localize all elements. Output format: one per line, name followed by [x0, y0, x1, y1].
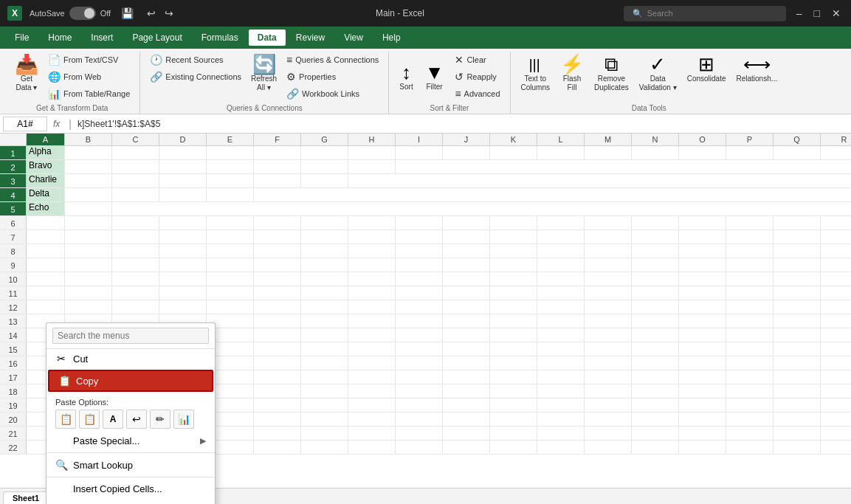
cell-col7-row20[interactable] [348, 412, 396, 426]
cell-col8-row13[interactable] [396, 314, 443, 328]
from-text-csv-button[interactable]: 📄 From Text/CSV [44, 52, 134, 68]
cell-col17-row18[interactable] [821, 384, 851, 398]
cell-col5-row22[interactable] [254, 441, 301, 454]
cell-col5-row13[interactable] [254, 314, 301, 328]
row-num-1[interactable]: 1 [0, 146, 27, 159]
cell-col5-row20[interactable] [254, 412, 301, 426]
cell-col11-row15[interactable] [537, 342, 585, 356]
cell-col8-row11[interactable] [396, 286, 443, 300]
cell-I1[interactable] [396, 146, 443, 159]
undo-icon[interactable]: ↩ [144, 6, 159, 21]
cell-col4-row12[interactable] [207, 300, 254, 314]
row-num-17[interactable]: 17 [0, 370, 27, 384]
autosave-toggle[interactable] [69, 7, 96, 20]
cell-col4-row9[interactable] [207, 258, 254, 272]
cell-col2-row7[interactable] [112, 230, 159, 244]
cell-col7-row8[interactable] [348, 244, 396, 258]
cell-col12-row7[interactable] [585, 230, 632, 244]
cell-col7-row16[interactable] [348, 356, 396, 370]
cell-col2-row12[interactable] [112, 300, 159, 314]
cell-col14-row20[interactable] [679, 412, 726, 426]
cell-col5-row18[interactable] [254, 384, 301, 398]
cell-B4[interactable] [65, 188, 112, 201]
cell-col9-row19[interactable] [443, 398, 490, 412]
cell-col16-row10[interactable] [774, 272, 821, 286]
cell-col15-row12[interactable] [726, 300, 774, 314]
cell-col17-row9[interactable] [821, 258, 851, 272]
cell-col2-row10[interactable] [112, 272, 159, 286]
cell-col1-row6[interactable] [65, 216, 112, 229]
cell-col9-row17[interactable] [443, 370, 490, 384]
cell-col1-row12[interactable] [65, 300, 112, 314]
reapply-button[interactable]: ↺ Reapply [451, 69, 503, 85]
queries-connections-button[interactable]: ≡ Queries & Connections [283, 52, 382, 68]
row-num-9[interactable]: 9 [0, 258, 27, 272]
cell-J1[interactable] [443, 146, 490, 159]
cell-col13-row11[interactable] [632, 286, 679, 300]
cell-col7-row19[interactable] [348, 398, 396, 412]
cell-col12-row17[interactable] [585, 370, 632, 384]
cell-col8-row19[interactable] [396, 398, 443, 412]
cell-col9-row7[interactable] [443, 230, 490, 244]
cell-col4-row6[interactable] [207, 216, 254, 229]
cell-col5-row16[interactable] [254, 356, 301, 370]
cell-col9-row15[interactable] [443, 342, 490, 356]
cell-col7-row11[interactable] [348, 286, 396, 300]
from-table-button[interactable]: 📊 From Table/Range [44, 86, 134, 102]
cell-G2[interactable] [301, 160, 348, 173]
maximize-icon[interactable]: □ [811, 6, 823, 21]
flash-fill-button[interactable]: ⚡ FlashFill [556, 52, 588, 95]
refresh-all-button[interactable]: 🔄 RefreshAll ▾ [247, 52, 281, 95]
cell-A1[interactable]: Alpha [27, 146, 65, 159]
cell-col7-row21[interactable] [348, 427, 396, 440]
menu-page-layout[interactable]: Page Layout [123, 30, 190, 46]
cell-col2-row6[interactable] [112, 216, 159, 229]
cell-M1[interactable] [585, 146, 632, 159]
save-icon[interactable]: 💾 [118, 6, 137, 21]
cell-col7-row17[interactable] [348, 370, 396, 384]
cell-E4[interactable] [207, 188, 254, 201]
context-menu-copy[interactable]: 📋 Copy [48, 370, 213, 392]
cell-col11-row17[interactable] [537, 370, 585, 384]
cell-col14-row6[interactable] [679, 216, 726, 229]
col-header-E[interactable]: E [207, 134, 254, 145]
cell-col14-row12[interactable] [679, 300, 726, 314]
cell-col16-row7[interactable] [774, 230, 821, 244]
existing-connections-button[interactable]: 🔗 Existing Connections [146, 69, 245, 85]
col-header-C[interactable]: C [112, 134, 159, 145]
cell-col3-row10[interactable] [159, 272, 207, 286]
cell-col11-row8[interactable] [537, 244, 585, 258]
cell-col10-row13[interactable] [490, 314, 537, 328]
cell-col5-row8[interactable] [254, 244, 301, 258]
cell-col17-row13[interactable] [821, 314, 851, 328]
cell-col7-row10[interactable] [348, 272, 396, 286]
cell-H2[interactable] [348, 160, 396, 173]
sheet-tab-sheet1[interactable]: Sheet1 [3, 491, 49, 504]
cell-col7-row14[interactable] [348, 328, 396, 342]
cell-col17-row11[interactable] [821, 286, 851, 300]
cell-E1[interactable] [207, 146, 254, 159]
cell-col3-row9[interactable] [159, 258, 207, 272]
cell-col15-row7[interactable] [726, 230, 774, 244]
cell-L1[interactable] [537, 146, 585, 159]
cell-C3[interactable] [112, 174, 159, 187]
cell-col9-row8[interactable] [443, 244, 490, 258]
cell-col0-row10[interactable] [27, 272, 65, 286]
cell-col3-row11[interactable] [159, 286, 207, 300]
cell-col7-row9[interactable] [348, 258, 396, 272]
cell-col0-row11[interactable] [27, 286, 65, 300]
cell-col8-row7[interactable] [396, 230, 443, 244]
cell-col14-row15[interactable] [679, 342, 726, 356]
cell-col9-row9[interactable] [443, 258, 490, 272]
cell-col5-row12[interactable] [254, 300, 301, 314]
cell-col16-row21[interactable] [774, 427, 821, 440]
cell-col7-row12[interactable] [348, 300, 396, 314]
cell-col14-row18[interactable] [679, 384, 726, 398]
cell-col15-row15[interactable] [726, 342, 774, 356]
cell-col6-row21[interactable] [301, 427, 348, 440]
cell-col11-row11[interactable] [537, 286, 585, 300]
cell-col15-row20[interactable] [726, 412, 774, 426]
cell-col7-row22[interactable] [348, 441, 396, 454]
cell-col9-row13[interactable] [443, 314, 490, 328]
cell-col11-row22[interactable] [537, 441, 585, 454]
